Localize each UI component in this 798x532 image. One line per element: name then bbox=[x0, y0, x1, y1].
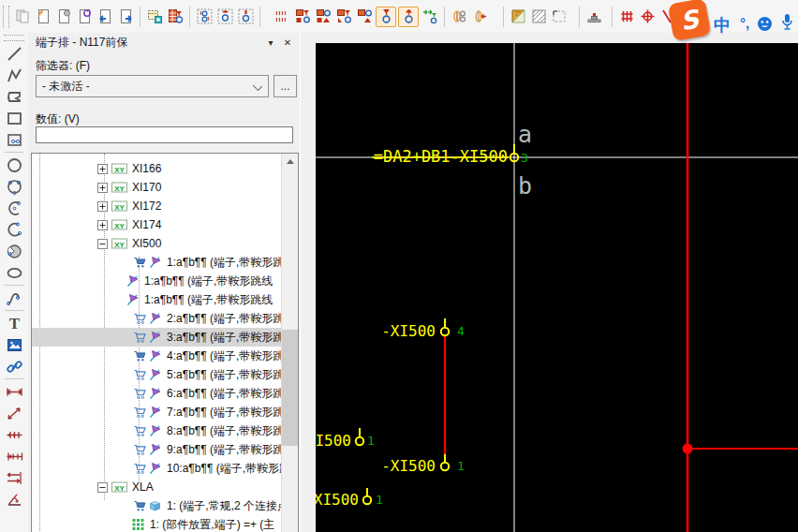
rectangle-2point-tool-icon[interactable] bbox=[4, 129, 24, 150]
value-input[interactable] bbox=[36, 126, 293, 143]
corner-fill-icon[interactable] bbox=[509, 7, 527, 26]
terminals-navigator-icon[interactable] bbox=[195, 7, 214, 26]
new-page-icon[interactable] bbox=[34, 7, 52, 26]
tree-row[interactable]: XLA bbox=[32, 478, 298, 496]
circle-3point-tool-icon[interactable] bbox=[4, 176, 24, 197]
svg-text:T: T bbox=[8, 315, 20, 332]
strip-filter-up-icon[interactable] bbox=[334, 7, 353, 26]
tree-row[interactable]: XI166 bbox=[32, 159, 298, 178]
sogou-ime-logo[interactable]: S bbox=[668, 0, 711, 41]
terminal-filter-active-icon[interactable] bbox=[376, 7, 396, 27]
tree-row[interactable]: XI174 bbox=[32, 215, 298, 234]
expand-plus-icon[interactable] bbox=[97, 220, 108, 230]
tree-row[interactable]: XI170 bbox=[32, 178, 298, 197]
tree-row[interactable]: 1: (端子,常规,2 个连接点 bbox=[32, 496, 298, 515]
tree-row[interactable]: 1: (部件放置,端子) =+ (主 bbox=[32, 515, 298, 532]
dimension-angle-icon[interactable] bbox=[4, 489, 24, 510]
line-tool-icon[interactable] bbox=[4, 43, 24, 64]
toolbar-drag-handle[interactable] bbox=[3, 6, 9, 28]
dimension-increment-icon[interactable] bbox=[4, 467, 24, 488]
terminal-move-active-icon[interactable] bbox=[398, 7, 419, 27]
next-page-icon[interactable] bbox=[116, 7, 135, 26]
dimension-chain-icon[interactable] bbox=[4, 424, 24, 445]
ellipse-tool-icon[interactable] bbox=[4, 262, 24, 283]
tree-row[interactable]: XI172 bbox=[32, 197, 298, 215]
dimension-baseline-icon[interactable] bbox=[4, 446, 24, 466]
copy-format-icon[interactable] bbox=[13, 7, 32, 26]
ime-microphone-icon[interactable] bbox=[780, 13, 794, 35]
tree-row[interactable]: 6:a¶b¶¶ (端子,带鞍形跳线 bbox=[32, 384, 298, 403]
plc-addresses-icon[interactable] bbox=[450, 7, 468, 26]
pin-number: 1 bbox=[457, 459, 465, 473]
tree-row[interactable]: 1:a¶b¶¶ (端子,带鞍形跳线 bbox=[32, 253, 298, 272]
terminal-strip-box-icon[interactable] bbox=[215, 7, 234, 26]
pin-number: 3 bbox=[521, 151, 528, 165]
filter-combobox[interactable]: - 未激活 - bbox=[36, 75, 269, 97]
sector-tool-icon[interactable] bbox=[4, 241, 24, 261]
collapse-minus-icon[interactable] bbox=[97, 239, 108, 249]
device-navigator-icon[interactable] bbox=[166, 7, 185, 26]
scroll-up-button[interactable] bbox=[282, 154, 298, 170]
tree-row[interactable]: 5:a¶b¶¶ (端子,带鞍形跳线 bbox=[32, 365, 298, 384]
toolbar-drag-handle[interactable] bbox=[4, 35, 24, 41]
selection-box-icon[interactable] bbox=[550, 7, 569, 26]
circle-tool-icon[interactable] bbox=[4, 155, 24, 175]
dimension-aligned-icon[interactable] bbox=[4, 403, 24, 423]
expand-plus-icon[interactable] bbox=[97, 201, 108, 212]
strip-filter-down-icon[interactable] bbox=[293, 7, 312, 26]
ime-punctuation-toggle[interactable]: °, bbox=[740, 15, 749, 31]
tree-scrollbar[interactable] bbox=[281, 154, 298, 532]
tree-row[interactable]: 7:a¶b¶¶ (端子,带鞍形跳线 bbox=[32, 403, 298, 421]
tree-row[interactable]: XI500 bbox=[32, 234, 298, 253]
panel-titlebar[interactable]: 端子排 - N117前保 ▾ ✕ bbox=[28, 33, 300, 52]
tree-row[interactable]: 1:a¶b¶¶ (端子,带鞍形跳线 bbox=[32, 290, 298, 309]
collapse-minus-icon[interactable] bbox=[97, 482, 108, 493]
tree-row[interactable]: 9:a¶b¶¶ (端子,带鞍形跳线 bbox=[32, 440, 298, 459]
expand-plus-icon[interactable] bbox=[97, 164, 108, 174]
toolbar-separator bbox=[140, 7, 140, 27]
ime-language-toggle[interactable]: 中 bbox=[714, 14, 731, 37]
tree-label: XI174 bbox=[132, 218, 161, 231]
page-sync-icon[interactable] bbox=[75, 7, 94, 26]
terminal-level-box-icon[interactable] bbox=[236, 7, 255, 26]
image-tool-icon[interactable] bbox=[4, 334, 24, 355]
arc-tool-icon[interactable] bbox=[4, 198, 24, 218]
tree-row-selected[interactable]: 3:a¶b¶¶ (端子,带鞍形跳线 bbox=[32, 328, 298, 347]
hatch-fill-icon[interactable] bbox=[529, 7, 548, 26]
red-bars-icon[interactable] bbox=[617, 7, 636, 26]
stamp-tool-icon[interactable] bbox=[584, 7, 603, 26]
plc-assign-icon[interactable] bbox=[470, 7, 489, 26]
strip-select-down-icon[interactable] bbox=[314, 7, 332, 26]
jumper-icon[interactable] bbox=[421, 7, 439, 26]
scrollbar-thumb[interactable] bbox=[282, 330, 298, 446]
filter-browse-button[interactable]: ... bbox=[273, 75, 297, 97]
tree-row[interactable]: 1:a¶b¶¶ (端子,带鞍形跳线 bbox=[32, 272, 298, 290]
terminal-strip-icon bbox=[111, 200, 127, 213]
panel-close-button[interactable]: ✕ bbox=[281, 36, 294, 49]
tree-row[interactable]: 2:a¶b¶¶ (端子,带鞍形跳线 bbox=[32, 309, 298, 328]
ime-emoji-icon[interactable] bbox=[757, 16, 773, 35]
polygon-tool-icon[interactable] bbox=[4, 86, 24, 107]
page-properties-icon[interactable] bbox=[54, 7, 73, 26]
arc-3point-tool-icon[interactable] bbox=[4, 219, 24, 240]
previous-page-icon[interactable] bbox=[96, 7, 114, 26]
hyperlink-tool-icon[interactable] bbox=[4, 356, 24, 377]
expand-plus-icon[interactable] bbox=[97, 183, 108, 193]
flag-icon bbox=[148, 387, 162, 400]
multi-terminals-icon[interactable] bbox=[273, 7, 291, 26]
red-target-icon[interactable] bbox=[638, 7, 657, 26]
panel-menu-button[interactable]: ▾ bbox=[264, 36, 277, 49]
polyline-tool-icon[interactable] bbox=[4, 65, 24, 85]
tree-row[interactable]: 4:a¶b¶¶ (端子,带鞍形跳线 bbox=[32, 347, 298, 365]
dimension-linear-icon[interactable] bbox=[4, 381, 24, 402]
tree-row[interactable]: 8:a¶b¶¶ (端子,带鞍形跳线 bbox=[32, 421, 298, 440]
spline-tool-icon[interactable] bbox=[4, 288, 24, 308]
terminal-strip-icon bbox=[111, 162, 127, 175]
insert-device-icon[interactable] bbox=[145, 7, 164, 26]
strip-select-up-icon[interactable] bbox=[355, 7, 374, 26]
tree-row[interactable]: 10:a¶b¶¶ (端子,带鞍形跳 bbox=[32, 459, 298, 478]
rectangle-tool-icon[interactable] bbox=[4, 108, 24, 128]
text-tool-icon[interactable]: T bbox=[4, 313, 24, 333]
application-window: XY bbox=[0, 0, 798, 532]
schematic-canvas[interactable]: =DA2+DB1-XI500 -XI500 -XI500 -XI500 -XI5… bbox=[316, 43, 798, 532]
